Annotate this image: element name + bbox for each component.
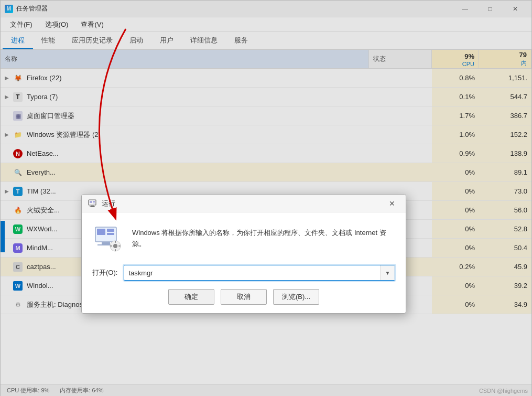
- dialog-input-row: 打开(O): ▼: [92, 265, 395, 281]
- dialog-title-text: 运行: [102, 199, 385, 208]
- svg-rect-16: [110, 245, 112, 247]
- dialog-title-bar: 运行 ✕: [82, 195, 406, 212]
- dialog-top: Windows 将根据你所输入的名称，为你打开相应的程序、文件夹、文档或 Int…: [92, 223, 395, 254]
- dialog-icon-area: [92, 223, 124, 254]
- dialog-description: Windows 将根据你所输入的名称，为你打开相应的程序、文件夹、文档或 Int…: [132, 223, 395, 254]
- svg-rect-4: [93, 201, 95, 202]
- cancel-button[interactable]: 取消: [221, 289, 267, 305]
- dropdown-button[interactable]: ▼: [380, 265, 395, 280]
- dialog-buttons: 确定 取消 浏览(B)...: [92, 289, 395, 305]
- run-large-icon: [94, 225, 122, 252]
- svg-rect-9: [107, 233, 114, 235]
- watermark: CSDN @highgems: [479, 388, 528, 394]
- input-combo: ▼: [124, 265, 395, 281]
- svg-rect-5: [93, 202, 95, 204]
- svg-rect-15: [115, 249, 116, 251]
- dialog-close-button[interactable]: ✕: [385, 196, 399, 211]
- svg-rect-8: [107, 229, 114, 232]
- run-icon-svg: [88, 199, 97, 208]
- dialog-body: Windows 将根据你所输入的名称，为你打开相应的程序、文件夹、文档或 Int…: [82, 212, 406, 313]
- browse-button[interactable]: 浏览(B)...: [273, 289, 319, 305]
- svg-point-13: [113, 244, 117, 248]
- run-dialog: 运行 ✕: [81, 194, 406, 314]
- svg-rect-14: [115, 241, 116, 243]
- svg-rect-3: [90, 201, 92, 203]
- input-label: 打开(O):: [92, 268, 117, 277]
- svg-rect-7: [97, 229, 105, 235]
- ok-button[interactable]: 确定: [168, 289, 214, 305]
- run-input[interactable]: [124, 265, 380, 280]
- run-dialog-icon: [88, 199, 97, 208]
- svg-rect-17: [118, 245, 121, 247]
